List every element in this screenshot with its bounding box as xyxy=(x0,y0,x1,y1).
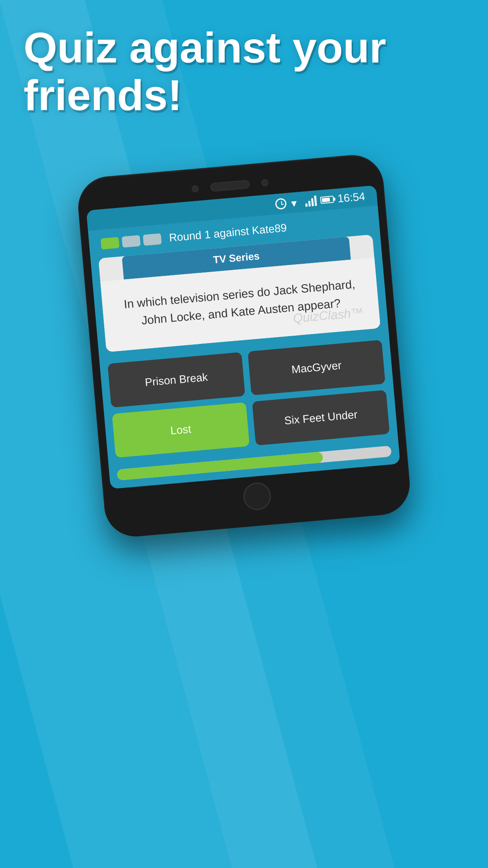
status-time: 16:54 xyxy=(337,190,366,205)
front-sensor xyxy=(261,179,269,187)
home-button[interactable] xyxy=(242,482,272,511)
signal-icon xyxy=(305,196,317,207)
phone-device: 16:54 Round 1 against Kate89 TV Series I… xyxy=(75,153,412,539)
round-dot-1 xyxy=(101,237,119,250)
answers-grid: Prison Break MacGyver Lost Six Feet Unde… xyxy=(99,335,398,466)
phone-body: 16:54 Round 1 against Kate89 TV Series I… xyxy=(75,153,412,539)
round-label: Round 1 against Kate89 xyxy=(169,221,287,244)
hero-title: Quiz against your friends! xyxy=(24,24,464,119)
phone-screen: 16:54 Round 1 against Kate89 TV Series I… xyxy=(86,185,400,489)
answer-button-3[interactable]: Six Feet Under xyxy=(252,390,389,445)
round-dots xyxy=(101,233,162,249)
wifi-icon xyxy=(290,198,302,207)
round-dot-3 xyxy=(143,233,161,246)
battery-icon xyxy=(320,196,334,204)
answer-button-0[interactable]: Prison Break xyxy=(108,352,245,408)
answer-button-1[interactable]: MacGyver xyxy=(248,340,385,395)
earpiece-speaker xyxy=(210,180,250,192)
answer-button-2[interactable]: Lost xyxy=(112,402,250,458)
round-dot-2 xyxy=(122,235,141,248)
front-camera xyxy=(191,185,199,193)
clock-icon xyxy=(275,198,287,210)
